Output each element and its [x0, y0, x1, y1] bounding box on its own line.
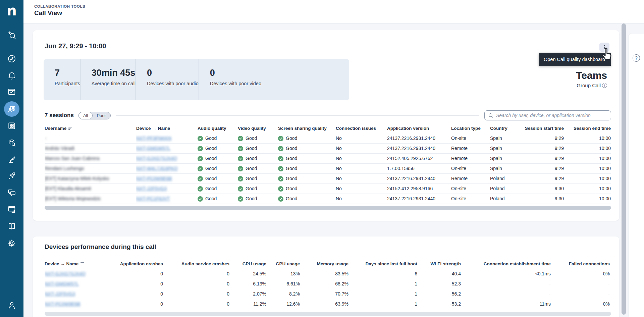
good-check-icon: [238, 196, 243, 202]
devices-horizontal-scrollbar[interactable]: [45, 312, 611, 316]
filter-poor[interactable]: Poor: [92, 112, 110, 119]
col-app-crashes[interactable]: Application crashes: [114, 261, 163, 269]
country: Spain: [490, 144, 518, 153]
sessions-horizontal-scrollbar[interactable]: [45, 206, 611, 210]
col-version[interactable]: Application version: [387, 126, 451, 134]
col-device[interactable]: Device → Name: [136, 126, 198, 134]
search-input[interactable]: [484, 110, 611, 120]
search-history-icon[interactable]: [7, 30, 17, 40]
device-link[interactable]: NXT-GJXG7SJX4Q: [45, 271, 86, 276]
chat-bubbles-icon[interactable]: [7, 188, 17, 198]
connection-issues: No: [336, 164, 387, 173]
session-device: NXT-PC0W9E6B: [136, 174, 198, 183]
call-view-icon: [7, 104, 16, 114]
library-book-icon[interactable]: [7, 221, 17, 231]
conn-establish-time: -: [461, 279, 551, 289]
session-start: 9:29: [518, 144, 564, 153]
device-link[interactable]: NXT-GMGW57L: [45, 281, 79, 286]
screen-quality: Good: [278, 164, 336, 173]
col-gpu[interactable]: GPU usage: [266, 261, 300, 269]
cpu-usage: 11.2%: [229, 299, 266, 309]
audio-crashes: 0: [163, 279, 229, 289]
country: Spain: [490, 134, 518, 143]
col-cpu[interactable]: CPU usage: [229, 261, 266, 269]
failed-connections: -: [551, 289, 610, 299]
session-row: [EXT] Wiktoria Wojewodzic NXT-PC1F8JVT G…: [45, 194, 611, 204]
audio-quality: Good: [198, 184, 238, 194]
wifi-strength: -40.4: [417, 269, 461, 279]
app-version: 24152.412.2958.9166: [387, 184, 451, 194]
device-link[interactable]: NXT-J2F5VG3: [136, 186, 167, 191]
stat-value: 0: [147, 68, 199, 78]
device-name: NXT-J2F5VG3: [45, 289, 114, 299]
device-name: NXT-PC0W9E6B: [45, 299, 114, 309]
compass-icon[interactable]: [7, 54, 17, 64]
stat-cell: 0 Devices with poor video: [199, 59, 261, 100]
days-since-boot: 1: [348, 279, 417, 289]
col-audio[interactable]: Audio quality: [198, 126, 238, 134]
good-check-icon: [198, 166, 203, 171]
cpu-usage: 6.13%: [229, 279, 266, 289]
rocket-icon[interactable]: [7, 171, 17, 181]
device-link[interactable]: NXT-W4L7JG3PKQ: [136, 166, 178, 171]
device-link[interactable]: NXT-PF3FNKKN: [136, 136, 171, 141]
bell-icon[interactable]: [7, 70, 17, 81]
device-link[interactable]: NXT-J2F5VG3: [45, 291, 75, 297]
audio-quality: Good: [198, 174, 238, 183]
audio-crashes: 0: [163, 299, 229, 309]
vertical-scrollbar[interactable]: [622, 23, 626, 315]
info-icon[interactable]: i: [602, 83, 607, 88]
audio-crashes: 0: [163, 289, 229, 299]
design-window-icon[interactable]: [7, 204, 17, 214]
device-link[interactable]: NXT-PC0W9E6B: [136, 176, 172, 181]
col-audio-crashes[interactable]: Audio service crashes: [163, 261, 229, 269]
automation-arm-icon[interactable]: [7, 154, 17, 164]
col-memory[interactable]: Memory usage: [300, 261, 348, 269]
col-conn-time[interactable]: Connection establishment time: [461, 261, 551, 269]
session-username: [EXT] Klaudia Aksamit: [45, 184, 136, 194]
devices-title-divider: [162, 247, 611, 247]
audio-quality: Good: [198, 134, 238, 143]
col-username[interactable]: Username: [45, 126, 136, 134]
connection-issues: No: [336, 154, 387, 163]
col-end[interactable]: Session end time: [564, 126, 611, 134]
col-device-name[interactable]: Device → Name: [45, 261, 114, 269]
app-version: 24137.2216.2931.2440: [387, 134, 451, 143]
user-account-icon[interactable]: [7, 300, 17, 310]
filter-all[interactable]: All: [78, 112, 93, 119]
page-title: Call View: [34, 9, 644, 17]
apps-grid-icon[interactable]: [7, 121, 17, 131]
col-issues[interactable]: Connection issues: [336, 126, 387, 134]
fingerprint-search-icon[interactable]: [7, 138, 17, 148]
device-link[interactable]: NXT-GMGW57L: [136, 146, 170, 151]
col-failed[interactable]: Failed connections: [551, 261, 610, 269]
app-crashes: 0: [114, 279, 163, 289]
dashboards-icon[interactable]: [7, 87, 17, 97]
good-check-icon: [278, 176, 283, 181]
col-screen[interactable]: Screen sharing quality: [278, 126, 336, 134]
session-start: 9:29: [518, 174, 564, 183]
call-summary-card: Jun 27, 9:29 - 10:00 Open Call quality d…: [33, 30, 619, 221]
device-link[interactable]: NXT-PC1F8JVT: [136, 196, 170, 201]
settings-gear-icon[interactable]: [7, 238, 17, 248]
screen-quality: Good: [278, 134, 336, 143]
days-since-boot: 6: [348, 269, 417, 279]
col-location[interactable]: Location type: [451, 126, 490, 134]
col-video[interactable]: Video quality: [238, 126, 278, 134]
col-days-boot[interactable]: Days since last full boot: [348, 261, 417, 269]
device-link[interactable]: NXT-GJXG7SJX4Q: [136, 156, 177, 161]
sidebar-item-call-view-active[interactable]: [4, 101, 19, 117]
device-row: NXT-GJXG7SJX4Q 0 0 24.5% 13% 83.5% 6 -40…: [45, 269, 611, 279]
col-wifi[interactable]: Wi-Fi strength: [417, 261, 461, 269]
session-device: NXT-GJXG7SJX4Q: [136, 154, 198, 163]
brand-logo[interactable]: n: [0, 3, 23, 19]
device-row: NXT-J2F5VG3 0 0 2.07% 8.2% 70.7% 1 -56.2…: [45, 289, 611, 299]
wifi-strength: -56.2: [417, 289, 461, 299]
help-icon[interactable]: ?: [633, 54, 640, 62]
topbar: COLLABORATION TOOLS Call View: [23, 0, 644, 23]
conn-establish-time: -: [461, 289, 551, 299]
devices-card-title: Devices performance during this call: [45, 243, 156, 251]
device-link[interactable]: NXT-PC0W9E6B: [45, 301, 80, 307]
col-country[interactable]: Country: [490, 126, 518, 134]
col-start[interactable]: Session start time: [518, 126, 564, 134]
